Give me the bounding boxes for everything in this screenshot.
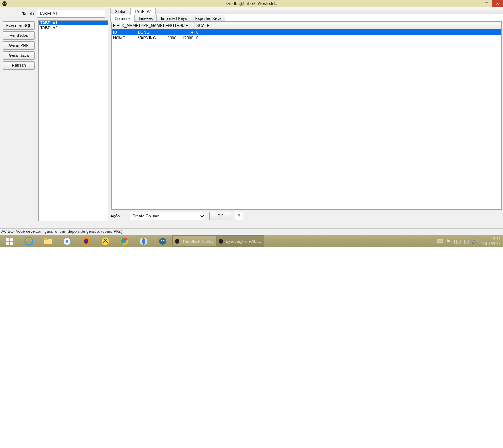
main-tabs: Global TABELA1 [110,7,503,14]
cell-field-name: NOME [112,35,137,41]
action-select[interactable]: Create Column [130,212,205,220]
svg-point-19 [161,240,162,241]
col-field-name[interactable]: FIELD_NAME [112,22,137,29]
ok-button[interactable]: OK [209,212,231,220]
tab-tabela1[interactable]: TABELA1 [130,8,156,15]
svg-point-18 [159,238,166,245]
taskbar: The Black Toolkit sysdba@ at e:\fb\... ⌨… [0,235,503,247]
subtab-columns[interactable]: Columns [110,15,134,22]
sub-tabs: Columns Indexes Imported Keys Exported K… [110,14,503,21]
grid-header: FIELD_NAME TYPE_NAME LENGTH SIZE SCALE [112,22,501,29]
status-bar: AVISO: Você deve configurar o form depoi… [0,228,503,235]
maximize-button[interactable]: ☐ [481,0,492,7]
svg-point-2 [5,3,6,4]
col-size[interactable]: SIZE [178,22,195,29]
gerar-java-button[interactable]: Gerar Java [3,51,35,60]
tool-icon[interactable] [96,235,115,247]
svg-point-25 [220,241,221,241]
chrome-alt-icon[interactable] [57,235,77,247]
battery-icon[interactable]: ▯▯ [464,239,469,244]
svg-rect-3 [6,238,9,241]
grid-row[interactable]: NOME VARYING 3000 12000 0 [112,35,501,41]
svg-point-23 [177,241,178,241]
executar-sql-button[interactable]: Executar SQL [3,21,35,30]
cell-scale: 0 [195,29,217,35]
table-list-item[interactable]: TABELA2 [39,25,108,30]
task-label: The Black Toolkit [182,239,213,244]
grid-row[interactable]: ID LONG 4 0 [112,29,501,35]
clock[interactable]: 19:41 21/05/2015 [481,237,501,246]
subtab-indexes[interactable]: Indexes [134,15,157,21]
cell-type-name: VARYING [137,35,162,41]
close-button[interactable]: ✕ [492,0,503,7]
table-label: Tabela [22,11,34,16]
cell-size: 12000 [178,35,195,41]
columns-grid[interactable]: FIELD_NAME TYPE_NAME LENGTH SIZE SCALE I… [111,21,502,210]
svg-point-21 [175,239,179,244]
refresh-button[interactable]: Refresh [3,61,35,70]
explorer-icon[interactable] [38,235,57,247]
tab-global[interactable]: Global [110,8,130,14]
svg-point-22 [176,241,177,241]
subtab-exported-keys[interactable]: Exported Keys [191,15,226,21]
col-length[interactable]: LENGTH [162,22,178,29]
svg-point-13 [84,239,88,244]
sound-icon[interactable]: 🔊 [472,239,478,244]
col-type-name[interactable]: TYPE_NAME [137,22,162,29]
app-icon [1,1,7,7]
svg-point-14 [102,238,109,245]
window-title: sysdba@ at e:\fb\teste.fdb [226,1,277,6]
clock-date: 21/05/2015 [481,241,501,246]
svg-point-16 [123,240,126,243]
cell-size: 4 [178,29,195,35]
svg-rect-5 [6,242,9,245]
table-list[interactable]: TABELA1 TABELA2 [38,20,108,221]
action-label: Ação: [110,214,121,218]
help-button[interactable]: ? [235,212,243,220]
svg-rect-4 [10,238,13,241]
flag-icon[interactable]: ⚑ [446,239,450,244]
network-icon[interactable]: ▮▯▯ [453,239,461,244]
cell-type-name: LONG [137,29,162,35]
gerar-php-button[interactable]: Gerar PHP [3,41,35,50]
firefox-icon[interactable] [77,235,96,247]
cell-length: 3000 [162,35,178,41]
svg-point-0 [2,1,7,6]
svg-point-26 [221,241,222,241]
keyboard-icon[interactable]: ⌨ [437,239,443,244]
action-row: Ação: Create Column OK ? [110,210,503,221]
taskbar-task[interactable]: sysdba@ at e:\fb\... [216,235,264,247]
title-bar: sysdba@ at e:\fb\teste.fdb ─ ☐ ✕ [0,0,503,7]
ver-dados-button[interactable]: Ver dados [3,31,35,40]
clock-time: 19:41 [481,237,501,241]
col-scale[interactable]: SCALE [195,22,217,29]
cell-length [162,29,178,35]
cell-field-name: ID [112,29,137,35]
chrome-icon[interactable] [115,235,134,247]
table-input[interactable] [37,10,105,18]
start-button[interactable] [0,235,19,247]
taskbar-task[interactable]: The Black Toolkit [172,235,216,247]
ie-icon[interactable] [19,235,38,247]
cell-scale: 0 [195,35,217,41]
svg-rect-9 [44,238,48,240]
svg-point-24 [219,239,223,244]
subtab-imported-keys[interactable]: Imported Keys [157,15,191,21]
browser-icon[interactable] [134,235,153,247]
svg-point-20 [163,240,165,241]
svg-point-1 [3,3,4,4]
svg-rect-6 [10,242,13,245]
table-list-item[interactable]: TABELA1 [39,21,108,25]
status-text: AVISO: Você deve configurar o form depoi… [1,229,123,234]
postgres-icon[interactable] [153,235,172,247]
minimize-button[interactable]: ─ [470,0,481,7]
right-panel: Global TABELA1 Columns Indexes Imported … [110,7,503,228]
help-icon: ? [238,213,240,219]
svg-point-11 [66,240,68,243]
task-label: sysdba@ at e:\fb\... [226,239,261,244]
